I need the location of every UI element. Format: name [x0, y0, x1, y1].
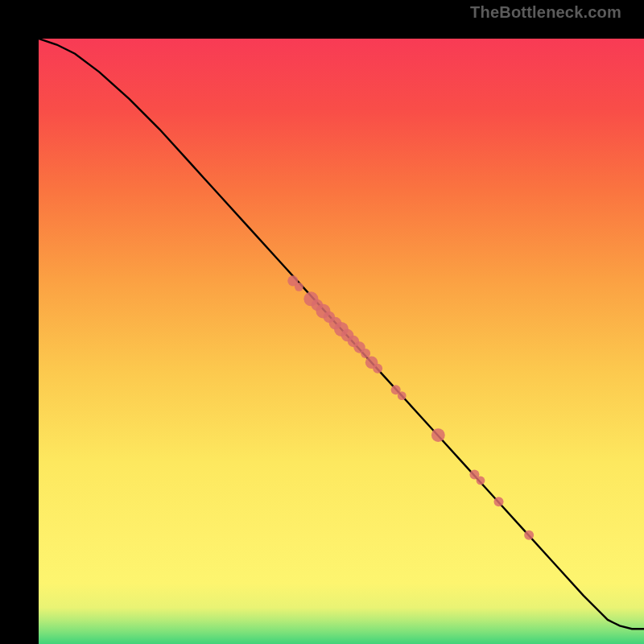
data-point	[494, 497, 504, 506]
data-point	[524, 530, 534, 540]
data-point	[398, 391, 407, 400]
data-point	[477, 477, 485, 485]
data-point	[373, 364, 382, 374]
watermark-text: TheBottleneck.com	[470, 3, 621, 22]
data-point	[295, 283, 303, 291]
chart-frame	[19, 19, 625, 625]
data-point	[361, 349, 370, 358]
chart-plot	[39, 39, 644, 644]
data-point	[431, 428, 445, 442]
gradient-background	[39, 39, 644, 644]
